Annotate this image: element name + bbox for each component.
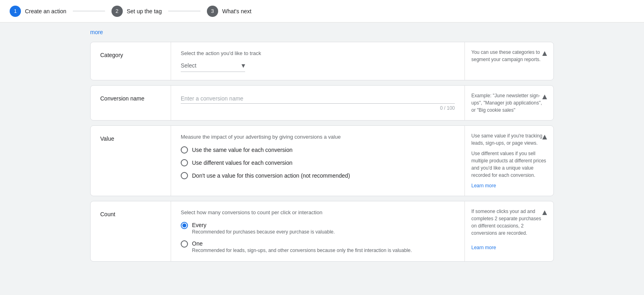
value-help-text-1: Use same value if you're tracking leads,…	[471, 132, 547, 147]
category-select-container[interactable]: Select ▾	[181, 61, 245, 72]
category-card: Category Select the action you'd like to…	[90, 42, 554, 80]
value-radio-none-circle	[181, 172, 188, 179]
conversion-name-row: Conversion name 0 / 100 Example: "June n…	[91, 86, 553, 120]
value-radio-different-label: Use different values for each conversion	[192, 160, 293, 166]
step-1-label: Create an action	[25, 8, 66, 14]
count-radio-every-label: Every	[192, 222, 335, 228]
conversion-name-collapse-icon[interactable]: ▲	[541, 90, 549, 102]
step-1: 1 Create an action	[10, 6, 66, 17]
count-radio-one-circle	[181, 240, 188, 248]
value-collapse-icon[interactable]: ▲	[541, 131, 549, 143]
count-radio-every[interactable]: Every Recommended for purchases because …	[181, 222, 455, 235]
value-main: Measure the impact of your advertising b…	[171, 126, 465, 196]
category-help: You can use these categories to segment …	[465, 42, 553, 80]
value-radio-same[interactable]: Use the same value for each conversion	[181, 146, 455, 154]
count-main: Select how many conversions to count per…	[171, 201, 465, 261]
category-collapse-icon[interactable]: ▲	[541, 47, 549, 59]
count-card: Count Select how many conversions to cou…	[90, 201, 554, 262]
value-radio-none[interactable]: Don't use a value for this conversion ac…	[181, 172, 455, 179]
count-radio-one-text: One Recommended for leads, sign-ups, and…	[192, 240, 412, 253]
value-radio-different[interactable]: Use different values for each conversion	[181, 159, 455, 166]
char-count: 0 / 100	[181, 105, 455, 111]
count-radio-every-text: Every Recommended for purchases because …	[192, 222, 335, 235]
value-radio-same-circle	[181, 146, 188, 154]
content-area: more Category Select the action you'd li…	[80, 23, 564, 273]
category-help-text: You can use these categories to segment …	[471, 49, 541, 62]
value-row: Value Measure the impact of your adverti…	[91, 126, 553, 196]
value-help-text-2: Use different values if you sell multipl…	[471, 150, 547, 179]
value-subtitle: Measure the impact of your advertising b…	[181, 134, 455, 140]
count-radio-group: Every Recommended for purchases because …	[181, 222, 455, 253]
stepper-bar: 1 Create an action 2 Set up the tag 3 Wh…	[0, 0, 644, 23]
conversion-name-main: 0 / 100	[171, 86, 465, 120]
step-2: 2 Set up the tag	[111, 6, 162, 17]
value-label: Value	[91, 126, 171, 196]
category-dropdown-arrow-icon: ▾	[242, 61, 245, 70]
count-row: Count Select how many conversions to cou…	[91, 201, 553, 261]
conversion-name-input[interactable]	[181, 94, 455, 104]
step-3-circle: 3	[207, 6, 218, 17]
value-radio-none-label: Don't use a value for this conversion ac…	[192, 172, 350, 179]
category-row: Category Select the action you'd like to…	[91, 42, 553, 80]
step-3-label: What's next	[222, 8, 252, 14]
count-help-text: If someone clicks your ad and completes …	[471, 209, 541, 236]
value-learn-more-link[interactable]: Learn more	[471, 183, 496, 188]
count-radio-every-sublabel: Recommended for purchases because every …	[192, 229, 335, 235]
count-learn-more-link[interactable]: Learn more	[471, 245, 496, 250]
conversion-name-label: Conversion name	[91, 86, 171, 120]
count-collapse-icon[interactable]: ▲	[541, 206, 549, 218]
conversion-name-help: Example: "June newsletter sign-ups", "Ma…	[465, 86, 553, 120]
value-card: Value Measure the impact of your adverti…	[90, 125, 554, 196]
conversion-name-help-text: Example: "June newsletter sign-ups", "Ma…	[471, 93, 542, 113]
stepper-line-2	[168, 11, 200, 11]
count-radio-one-label: One	[192, 240, 412, 247]
conversion-name-card: Conversion name 0 / 100 Example: "June n…	[90, 85, 554, 121]
category-main: Select the action you'd like to track Se…	[171, 42, 465, 80]
value-radio-group: Use the same value for each conversion U…	[181, 146, 455, 179]
value-radio-different-circle	[181, 159, 188, 166]
step-2-label: Set up the tag	[127, 8, 162, 14]
step-3: 3 What's next	[207, 6, 252, 17]
count-radio-every-circle	[181, 222, 188, 229]
value-help: Use same value if you're tracking leads,…	[465, 126, 553, 196]
value-radio-same-label: Use the same value for each conversion	[192, 147, 293, 153]
category-select-value: Select	[181, 62, 240, 69]
count-radio-one[interactable]: One Recommended for leads, sign-ups, and…	[181, 240, 455, 253]
stepper-line-1	[73, 11, 105, 11]
count-help: If someone clicks your ad and completes …	[465, 201, 553, 261]
step-1-circle: 1	[10, 6, 21, 17]
count-subtitle: Select how many conversions to count per…	[181, 209, 455, 215]
category-subtitle: Select the action you'd like to track	[181, 50, 455, 56]
count-radio-one-sublabel: Recommended for leads, sign-ups, and oth…	[192, 248, 412, 253]
step-2-circle: 2	[111, 6, 123, 17]
more-link[interactable]: more	[90, 29, 103, 35]
count-label: Count	[91, 201, 171, 261]
category-label: Category	[91, 42, 171, 80]
